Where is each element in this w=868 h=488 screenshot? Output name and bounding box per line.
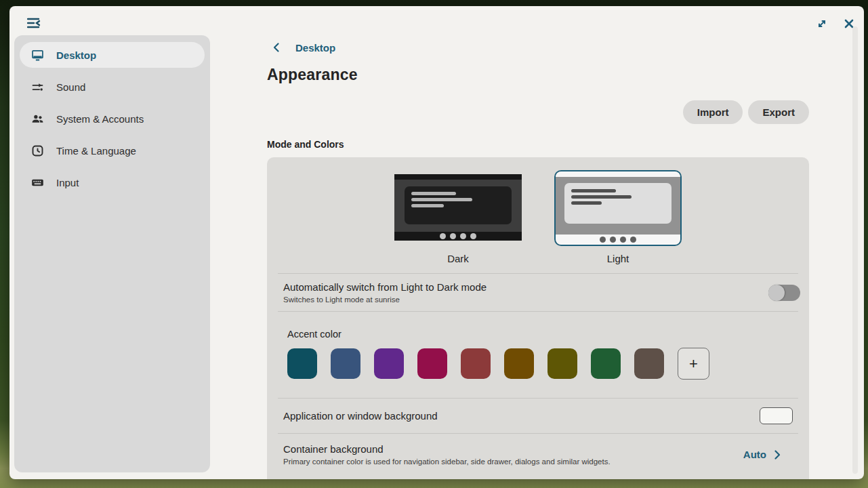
auto-switch-title: Automatically switch from Light to Dark … (283, 281, 487, 293)
sidebar-item-label: System & Accounts (56, 113, 144, 125)
settings-window: Desktop Sound (9, 6, 864, 479)
auto-switch-toggle[interactable] (768, 285, 800, 301)
accent-swatch-teal[interactable] (287, 348, 317, 379)
dark-theme-preview (394, 174, 522, 241)
light-theme-preview-selected (554, 170, 682, 246)
maximize-icon[interactable] (816, 18, 828, 30)
keyboard-icon (30, 176, 45, 190)
app-background-row: Application or window background (267, 399, 809, 433)
theme-label-dark: Dark (447, 253, 469, 266)
sidebar-item-label: Time & Language (56, 145, 136, 157)
back-icon[interactable] (271, 42, 282, 53)
sidebar-collapse-icon[interactable] (27, 18, 41, 28)
sidebar-item-label: Desktop (56, 49, 96, 61)
theme-selector: Dark Light (267, 157, 809, 273)
accent-swatch-magenta[interactable] (417, 348, 447, 379)
section-title: Mode and Colors (267, 139, 809, 150)
theme-label-light: Light (607, 253, 629, 266)
accent-color-block: Accent color + (267, 312, 809, 398)
mixer-sliders-icon (30, 80, 45, 94)
sidebar-item-desktop[interactable]: Desktop (20, 42, 205, 68)
container-background-row[interactable]: Container background Primary container c… (267, 434, 809, 466)
theme-option-light[interactable]: Light (554, 170, 682, 266)
vertical-scrollbar[interactable] (852, 26, 858, 474)
import-button[interactable]: Import (683, 100, 743, 124)
add-accent-color-button[interactable]: + (678, 348, 709, 380)
accent-swatch-green[interactable] (591, 348, 621, 379)
sidebar-item-label: Sound (56, 81, 85, 93)
sidebar-item-system-accounts[interactable]: System & Accounts (20, 106, 205, 131)
app-background-label: Application or window background (283, 410, 438, 422)
sidebar-item-input[interactable]: Input (20, 169, 205, 195)
auto-switch-row: Automatically switch from Light to Dark … (267, 274, 809, 311)
accent-swatch-orange-brown[interactable] (504, 348, 534, 379)
auto-switch-subtitle: Switches to Light mode at sunrise (283, 296, 487, 304)
people-icon (30, 112, 45, 126)
sidebar-item-label: Input (56, 177, 79, 188)
app-background-swatch[interactable] (760, 407, 793, 424)
theme-option-dark[interactable]: Dark (394, 174, 522, 266)
mode-and-colors-card: Dark Light (267, 157, 809, 479)
breadcrumb: Desktop (267, 40, 809, 55)
accent-swatch-olive[interactable] (547, 348, 577, 379)
accent-swatch-blue[interactable] (331, 348, 360, 379)
accent-color-label: Accent color (287, 329, 793, 340)
accent-swatch-brown[interactable] (634, 348, 664, 379)
chevron-right-icon (772, 450, 782, 460)
page-title: Appearance (267, 66, 809, 84)
container-background-value: Auto (743, 449, 766, 460)
export-button[interactable]: Export (748, 100, 809, 124)
monitor-icon (30, 48, 45, 62)
container-background-label: Container background (283, 443, 611, 455)
accent-swatch-red[interactable] (461, 348, 491, 379)
container-background-subtitle: Primary container color is used for navi… (283, 458, 611, 466)
sidebar-item-sound[interactable]: Sound (20, 74, 205, 100)
titlebar (9, 6, 864, 32)
sidebar-item-time-language[interactable]: Time & Language (20, 138, 205, 163)
accent-swatch-purple[interactable] (374, 348, 404, 379)
main-panel: Desktop Appearance Import Export Mode an… (267, 32, 809, 479)
actions-row: Import Export (267, 100, 809, 124)
accent-swatch-row: + (287, 348, 793, 380)
clock-icon (30, 144, 45, 158)
settings-sidebar: Desktop Sound (14, 35, 210, 472)
breadcrumb-link-desktop[interactable]: Desktop (295, 42, 335, 54)
